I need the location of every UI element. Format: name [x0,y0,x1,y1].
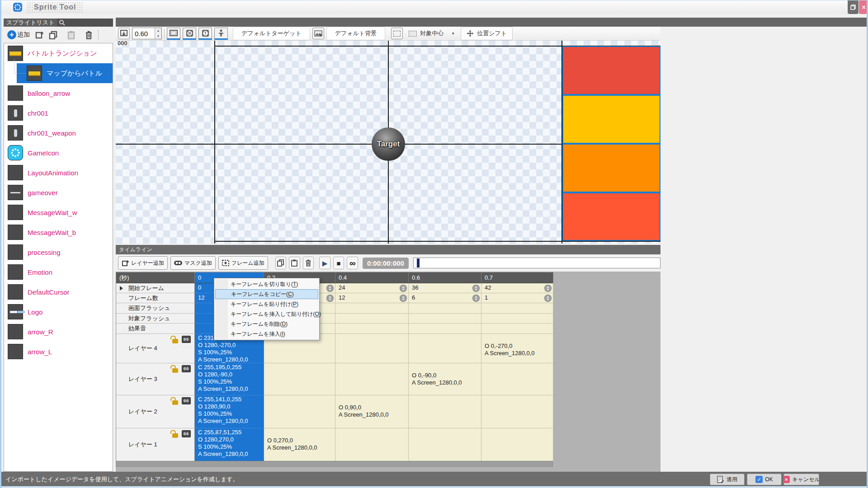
sprite-item-emotion[interactable]: Emotion [4,262,113,282]
menu-item-paste-keyframe[interactable]: キーフレームを貼り付け(P) [215,299,318,309]
layer3-keyframe-06[interactable]: O 0,-90,0 A Screen_1280,0,0 [409,363,481,395]
frame-count-cell-2[interactable]: 12 [335,293,409,303]
layer2-cell-4[interactable] [481,395,553,428]
layer1-keyframe-0[interactable]: C 255,87,51,255 O 1280,270,0 S 100%,25% … [195,428,264,461]
sprite-item-chr001-weapon[interactable]: chr001_weapon [4,123,113,143]
sprite-item-arrow-r[interactable]: arrow_R [4,322,113,342]
spinner-icon[interactable] [544,295,552,302]
sfx-cell-3[interactable] [409,324,481,334]
loop-button[interactable]: ∞ [347,257,358,269]
unlock-icon[interactable] [172,433,178,438]
screen-flash-cell-2[interactable] [335,303,409,314]
search-input[interactable] [57,19,113,27]
spinner-icon[interactable] [326,285,334,292]
row-label-sfx[interactable]: 効果音 [116,324,195,334]
row-label-start-frame[interactable]: 開始フレーム [116,283,195,293]
row-label-frame-count[interactable]: フレーム数 [116,293,195,303]
copy-keyframe-button[interactable] [275,257,287,269]
screen-flash-cell-4[interactable] [481,303,553,314]
menu-item-insert-paste-keyframe[interactable]: キーフレームを挿入して貼り付け(O) [215,309,318,319]
menu-item-copy-keyframe[interactable]: キーフレームをコピー(C) [215,289,318,299]
anchor-mode-dropdown[interactable]: 対象中心 ▼ [405,27,458,40]
sprite-item-processing[interactable]: processing [4,242,113,262]
sprite-item-gameover[interactable]: gameover [4,183,113,202]
unlock-icon[interactable] [172,339,178,343]
spinner-up-icon[interactable]: ▲ [155,28,161,33]
add-sprite-button[interactable]: + 追加 [7,30,30,39]
frame-count-cell-4[interactable]: 1 [481,293,553,303]
layer2-cell-1[interactable] [264,395,335,428]
menu-item-insert-keyframe[interactable]: キーフレームを挿入(I) [215,329,318,339]
restore-window-button[interactable] [848,0,859,14]
layer4-keyframe-07[interactable]: O 0,-270,0 A Screen_1280,0,0 [481,334,553,363]
title-bar[interactable]: Sprite Tool × [1,0,867,14]
layer1-cell-3[interactable] [409,428,481,461]
start-frame-cell-4[interactable]: 42 [481,283,553,293]
start-frame-cell-2[interactable]: 24 [335,283,409,293]
layer2-orange-sprite[interactable] [562,144,660,192]
screen-flash-cell-3[interactable] [409,303,481,314]
time-col-header-07[interactable]: 0.7 [481,272,553,283]
start-frame-cell-3[interactable]: 36 [409,283,481,293]
layer3-cell-2[interactable] [335,363,409,395]
sfx-cell-2[interactable] [335,324,409,334]
spinner-icon[interactable] [400,285,407,292]
spinner-icon[interactable] [544,285,552,292]
sfx-cell-4[interactable] [481,324,553,334]
show-index-toggle[interactable] [198,28,212,40]
default-target-button[interactable]: デフォルトターゲット [233,27,310,40]
animation-canvas[interactable]: 000 Target [116,41,660,244]
sprite-item-logo[interactable]: Logo [4,302,113,322]
layer1-orangered-sprite[interactable] [562,192,660,241]
paste-sprite-button[interactable] [67,31,75,39]
unlock-icon[interactable] [172,400,178,405]
sprite-item-chr001[interactable]: chr001 [4,103,113,123]
fit-zoom-button[interactable] [118,28,130,39]
frame-count-cell-3[interactable]: 6 [409,293,481,303]
layer1-cell-4[interactable] [481,428,553,461]
layer2-keyframe-0[interactable]: C 255,141,0,255 O 1280,90,0 S 100%,25% A… [195,395,264,428]
layer3-yellow-sprite[interactable] [562,95,660,144]
spinner-icon[interactable] [326,295,334,302]
sprite-item-layoutanimation[interactable]: LayoutAnimation [4,163,113,183]
spinner-icon[interactable] [400,295,407,302]
playhead-marker[interactable] [417,258,420,267]
cancel-button[interactable]: × キャンセル [783,474,819,485]
target-flash-cell-3[interactable] [409,314,481,324]
delete-keyframe-button[interactable] [303,257,314,269]
layer3-keyframe-0[interactable]: C 255,195,0,255 O 1280,-90,0 S 100%,25% … [195,363,264,395]
layer4-label-cell[interactable]: レイヤー 4 00 [116,334,195,363]
sprite-item-messagewait-w[interactable]: MessageWait_w [4,202,113,222]
ok-button[interactable]: ✓ OK [747,474,782,485]
spinner-icon[interactable] [472,295,480,302]
target-sphere[interactable]: Target [372,127,405,161]
menu-item-delete-keyframe[interactable]: キーフレームを削除(D) [215,319,318,329]
paste-keyframe-button[interactable] [289,257,300,269]
layer1-label-cell[interactable]: レイヤー 1 00 [116,428,195,461]
copy-sprite-button[interactable] [49,31,57,39]
target-flash-cell-4[interactable] [481,314,553,324]
layer4-cell-3[interactable] [409,334,481,363]
close-window-button[interactable]: × [859,0,868,14]
layer3-cell-1[interactable] [264,363,335,395]
spinner-down-icon[interactable]: ▼ [155,33,161,39]
layer4-red-sprite[interactable] [562,46,660,95]
sprite-item-defaultcursor[interactable]: DefaultCursor [4,282,113,302]
sprite-item-balloon-arrow[interactable]: balloon_arrow [4,83,113,103]
layer3-label-cell[interactable]: レイヤー 3 00 [116,363,195,395]
layer3-cell-4[interactable] [481,363,553,395]
sprite-item-map-to-battle-selected[interactable]: マップからバトル [4,63,113,83]
target-flash-cell-2[interactable] [335,314,409,324]
show-screen-toggle[interactable] [167,28,180,40]
default-background-button[interactable]: デフォルト背景 [326,27,386,40]
add-mask-button[interactable]: マスク追加 [170,256,216,270]
sprite-item-gameicon[interactable]: GameIcon [4,143,113,163]
delete-sprite-button[interactable] [85,31,93,39]
zoom-value-input[interactable]: 0.60 ▲▼ [132,28,162,39]
sprite-item-arrow-l[interactable]: arrow_L [4,342,113,361]
zoom-spinner[interactable]: ▲▼ [155,28,161,39]
add-frame-button[interactable]: フレーム追加 [218,256,268,270]
add-layer-button[interactable]: レイヤー追加 [118,256,168,270]
spinner-icon[interactable] [472,285,480,292]
stop-button[interactable]: ■ [333,257,344,269]
